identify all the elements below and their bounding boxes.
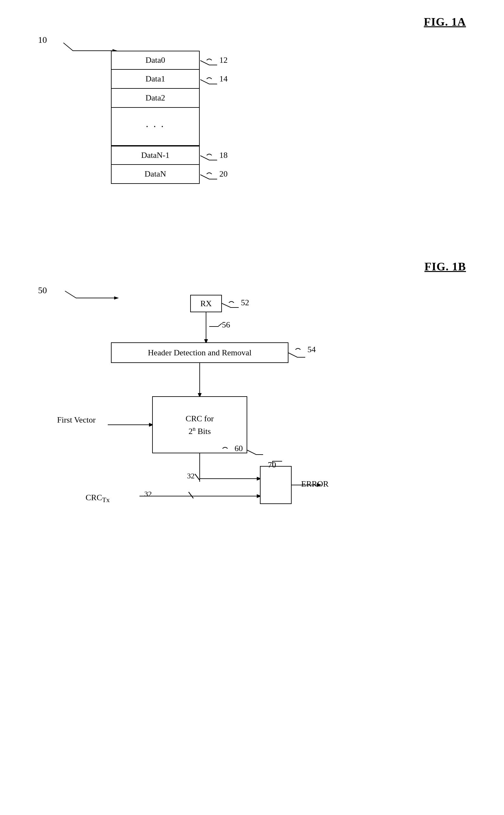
bus-bottom-text: 32 — [144, 490, 152, 498]
bus-label-bottom: 32 — [144, 490, 152, 498]
ref-54-text: 54 — [307, 345, 316, 354]
dots-text: · · · — [146, 121, 165, 133]
data-cell-2: Data2 — [111, 89, 200, 108]
data-cell-0-label: Data0 — [145, 55, 165, 65]
first-vector-text: First Vector — [57, 415, 96, 424]
bus-label-top: 32 — [187, 472, 195, 480]
data-cell-n-label: DataN — [145, 169, 166, 179]
crc-line2: 2n Bits — [189, 425, 211, 437]
cell-ref-18: 18 — [206, 151, 228, 160]
error-text: ERROR — [301, 479, 329, 488]
data-cell-2-label: Data2 — [145, 93, 165, 103]
data-cell-1-label: Data1 — [145, 74, 165, 84]
ref-60: 60 — [222, 444, 243, 453]
crctx-text: CRCTx — [86, 493, 110, 502]
svg-line-10 — [195, 474, 200, 480]
comparator-box — [260, 466, 292, 504]
crc-line1: CRC for — [186, 412, 214, 425]
data-cell-0: Data0 12 — [111, 51, 200, 70]
rx-label: RX — [200, 299, 212, 308]
fig-1a-label: FIG. 1A — [424, 15, 466, 29]
ref-18: 18 — [219, 151, 228, 160]
data-cell-n1-label: DataN-1 — [141, 151, 170, 160]
data-cell-dots: · · · — [111, 108, 200, 146]
first-vector-label: First Vector — [57, 415, 96, 425]
header-detection-label: Header Detection and Removal — [148, 348, 251, 358]
svg-marker-1 — [114, 296, 119, 300]
svg-line-14 — [189, 492, 193, 498]
ref-70-text: 70 — [268, 460, 276, 469]
ref-54: 54 — [295, 345, 316, 354]
crctx-label: CRCTx — [86, 493, 110, 504]
cell-ref-20: 20 — [206, 169, 228, 179]
data-cell-n1: DataN-1 18 — [111, 146, 200, 165]
ref-56: 56 — [222, 320, 230, 330]
cell-ref-12: 12 — [206, 55, 228, 65]
header-detection-box: Header Detection and Removal — [111, 342, 288, 363]
ref-20: 20 — [219, 169, 228, 179]
crctx-sub: Tx — [102, 496, 110, 504]
rx-box: RX — [190, 295, 222, 312]
fig-1b-label: FIG. 1B — [424, 260, 466, 273]
ref-50: 50 — [38, 285, 47, 295]
data-cell-1: Data1 14 — [111, 70, 200, 89]
data-cell-n: DataN 20 — [111, 165, 200, 184]
data-stack: Data0 12 Data1 14 Data2 · · · DataN-1 — [111, 51, 200, 184]
ref-52-text: 52 — [241, 298, 249, 307]
ref-10: 10 — [38, 35, 47, 45]
ref-70: 70 — [268, 460, 276, 470]
crc-superscript: n — [193, 426, 196, 432]
error-label: ERROR — [301, 479, 329, 489]
ref-12: 12 — [219, 55, 228, 65]
cell-ref-14: 14 — [206, 74, 228, 84]
ref-60-text: 60 — [235, 444, 243, 453]
ref-52: 52 — [228, 298, 249, 307]
ref-14: 14 — [219, 74, 228, 84]
ref-56-text: 56 — [222, 320, 230, 329]
bus-top-text: 32 — [187, 472, 195, 480]
